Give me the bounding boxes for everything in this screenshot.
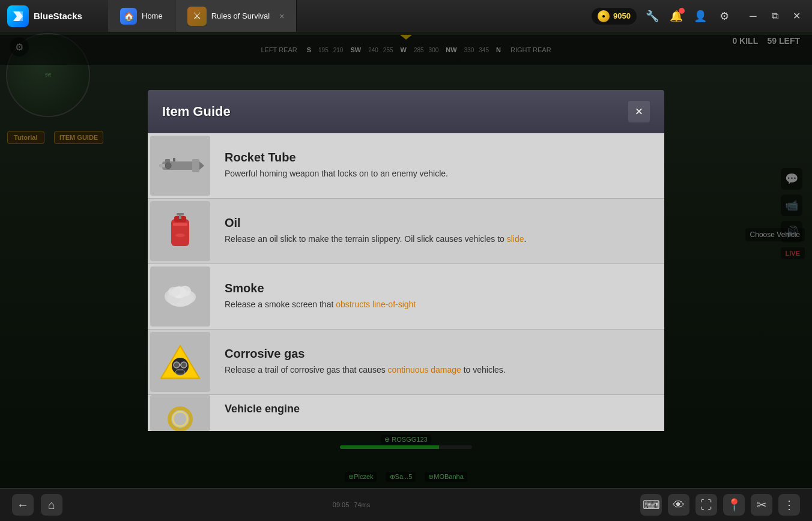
- oil-name: Oil: [225, 216, 652, 230]
- vehicle-engine-info: Vehicle engine: [213, 397, 664, 429]
- svg-rect-6: [173, 158, 175, 161]
- svg-point-13: [175, 233, 185, 237]
- vehicle-engine-name: Vehicle engine: [225, 403, 652, 415]
- coin-icon: ●: [598, 10, 610, 22]
- smoke-desc: Release a smoke screen that obstructs li…: [225, 299, 652, 311]
- tab-game[interactable]: ⚔ Rules of Survival ×: [175, 0, 297, 32]
- bluestacks-titlebar: BlueStacks 🏠 Home ⚔ Rules of Survival × …: [0, 0, 812, 32]
- bottom-left-controls: ← ⌂: [12, 494, 62, 516]
- back-button[interactable]: ←: [12, 494, 34, 516]
- corrosive-gas-highlight: continuous damage: [388, 365, 461, 375]
- item-row-rocket-tube: Rocket Tube Powerful homing weapon that …: [148, 133, 664, 199]
- bottom-right-controls: ⌨ 👁 ⛶ 📍 ✂ ⋮: [640, 494, 800, 516]
- coin-display: ● 9050: [592, 8, 637, 25]
- svg-point-7: [165, 163, 171, 169]
- tab-close-button[interactable]: ×: [279, 11, 284, 21]
- corrosive-gas-desc: Release a trail of corrosive gas that ca…: [225, 364, 652, 376]
- smoke-name: Smoke: [225, 282, 652, 295]
- vehicle-engine-image: [150, 395, 210, 431]
- svg-rect-27: [177, 371, 184, 373]
- item-guide-modal: Item Guide ×: [148, 90, 664, 431]
- svg-rect-8: [159, 164, 165, 167]
- home-tab-icon: 🏠: [120, 8, 137, 25]
- modal-title: Item Guide: [162, 104, 231, 119]
- window-controls: ─ ⧉ ✕: [745, 8, 805, 25]
- item-row-oil: Oil Release an oil slick to make the ter…: [148, 199, 664, 264]
- top-right-controls: ● 9050 🔧 🔔 👤 ⚙ ─ ⧉ ✕: [584, 8, 812, 25]
- smoke-highlight: obstructs line-of-sight: [336, 300, 416, 309]
- bluestacks-logo-icon: [7, 5, 29, 27]
- notification-badge: [679, 8, 685, 14]
- tab-home[interactable]: 🏠 Home: [108, 0, 175, 32]
- item-row-smoke: Smoke Release a smoke screen that obstru…: [148, 264, 664, 330]
- corrosive-gas-name: Corrosive gas: [225, 347, 652, 361]
- rocket-tube-image: [150, 136, 210, 196]
- svg-point-24: [181, 362, 187, 368]
- keyboard-button[interactable]: ⌨: [640, 494, 662, 516]
- svg-point-19: [179, 286, 191, 297]
- svg-marker-4: [199, 161, 204, 170]
- svg-rect-14: [173, 223, 187, 226]
- settings-icon[interactable]: ⚙: [716, 8, 733, 25]
- home-button[interactable]: ⌂: [41, 494, 62, 516]
- item-row-vehicle-engine: Vehicle engine: [148, 395, 664, 431]
- modal-body: Rocket Tube Powerful homing weapon that …: [148, 133, 664, 431]
- svg-rect-9: [171, 219, 189, 246]
- svg-rect-25: [179, 364, 181, 366]
- eye-button[interactable]: 👁: [668, 494, 689, 516]
- rocket-tube-desc: Powerful homing weapon that locks on to …: [225, 168, 652, 180]
- bottom-bar: ← ⌂ 09:05 74ms ⌨ 👁 ⛶ 📍 ✂ ⋮: [0, 488, 812, 521]
- map-pin-button[interactable]: 📍: [723, 494, 745, 516]
- restore-button[interactable]: ⧉: [766, 8, 783, 25]
- time-display: 09:05: [333, 501, 350, 508]
- signal-display: 74ms: [354, 501, 370, 508]
- oil-desc: Release an oil slick to make the terrain…: [225, 233, 652, 245]
- expand-button[interactable]: ⛶: [695, 494, 717, 516]
- smoke-info: Smoke Release a smoke screen that obstru…: [213, 272, 664, 321]
- game-tab-icon: ⚔: [187, 7, 207, 26]
- svg-point-23: [174, 362, 180, 368]
- scissors-button[interactable]: ✂: [751, 494, 772, 516]
- bluestacks-logo-area: BlueStacks: [0, 5, 108, 27]
- close-button[interactable]: ✕: [788, 8, 805, 25]
- corrosive-gas-image: [150, 332, 210, 392]
- bottom-status-bar: 09:05 74ms: [333, 501, 370, 508]
- notification-icon[interactable]: 🔔: [668, 8, 685, 25]
- corrosive-gas-info: Corrosive gas Release a trail of corrosi…: [213, 337, 664, 386]
- wrench-icon[interactable]: 🔧: [644, 8, 661, 25]
- account-icon[interactable]: 👤: [692, 8, 709, 25]
- minimize-button[interactable]: ─: [745, 8, 762, 25]
- oil-info: Oil Release an oil slick to make the ter…: [213, 206, 664, 255]
- home-tab-label: Home: [142, 11, 163, 20]
- bluestacks-label: BlueStacks: [34, 11, 82, 21]
- coin-amount: 9050: [613, 11, 631, 20]
- oil-image: [150, 201, 210, 261]
- item-row-corrosive-gas: Corrosive gas Release a trail of corrosi…: [148, 330, 664, 395]
- modal-close-button[interactable]: ×: [628, 101, 650, 122]
- svg-rect-12: [177, 213, 184, 215]
- svg-point-29: [173, 412, 187, 426]
- svg-point-20: [168, 287, 180, 297]
- modal-overlay: Item Guide ×: [0, 32, 812, 488]
- svg-rect-3: [192, 159, 199, 172]
- rocket-tube-name: Rocket Tube: [225, 151, 652, 164]
- tab-bar: 🏠 Home ⚔ Rules of Survival ×: [108, 0, 584, 32]
- smoke-image: [150, 267, 210, 327]
- oil-highlight: slide: [507, 234, 524, 244]
- modal-header: Item Guide ×: [148, 90, 664, 133]
- rocket-tube-info: Rocket Tube Powerful homing weapon that …: [213, 141, 664, 190]
- game-tab-label: Rules of Survival: [211, 11, 270, 20]
- more-button[interactable]: ⋮: [778, 494, 800, 516]
